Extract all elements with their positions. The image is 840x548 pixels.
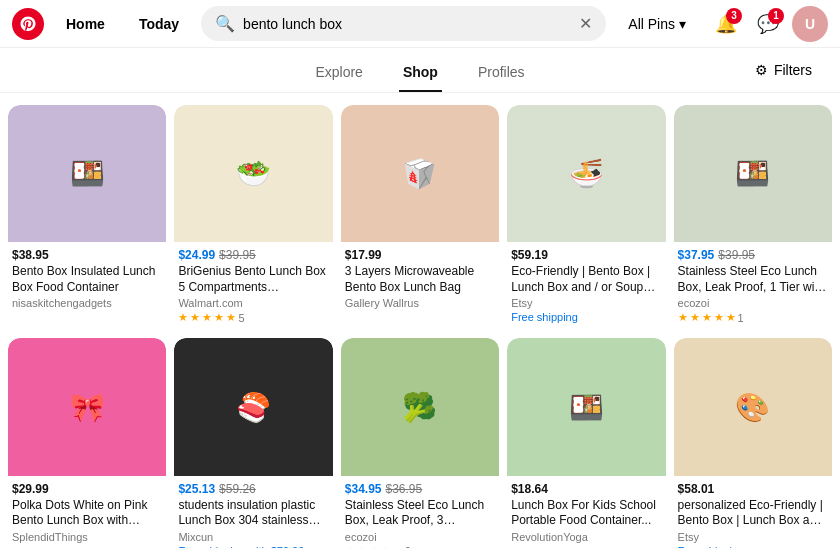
pin-source: Walmart.com: [178, 297, 328, 309]
pin-image: 🍱: [674, 105, 832, 242]
header-icons: 🔔 3 💬 1 U: [708, 6, 828, 42]
pin-info: $58.01personalized Eco-Friendly | Bento …: [674, 476, 832, 548]
pin-card[interactable]: 🍣$25.13$59.26students insulation plastic…: [174, 338, 332, 548]
pin-rating: ★★★★★5: [178, 311, 328, 324]
pin-price: $25.13$59.26: [178, 482, 328, 496]
pin-info: $38.95Bento Box Insulated Lunch Box Food…: [8, 242, 166, 315]
today-nav[interactable]: Today: [127, 10, 191, 38]
star-icon: ★: [226, 311, 236, 324]
pin-card[interactable]: 🎨$58.01personalized Eco-Friendly | Bento…: [674, 338, 832, 548]
pin-card[interactable]: 🥦$34.95$36.95Stainless Steel Eco Lunch B…: [341, 338, 499, 548]
filters-label: Filters: [774, 62, 812, 78]
pin-card[interactable]: 🎀$29.99Polka Dots White on Pink Bento Lu…: [8, 338, 166, 548]
pin-price: $38.95: [12, 248, 162, 262]
star-icon: ★: [690, 311, 700, 324]
pin-image: 🍣: [174, 338, 332, 475]
pin-source: ecozoi: [678, 297, 828, 309]
search-input[interactable]: [243, 16, 571, 32]
pin-price: $18.64: [511, 482, 661, 496]
messages-button[interactable]: 💬 1: [750, 6, 786, 42]
star-icon: ★: [178, 311, 188, 324]
pin-card[interactable]: 🥗$24.99$39.95BriGenius Bento Lunch Box 5…: [174, 105, 332, 330]
pin-info: $17.993 Layers Microwaveable Bento Box L…: [341, 242, 499, 315]
pin-card[interactable]: 🥡$17.993 Layers Microwaveable Bento Box …: [341, 105, 499, 330]
pin-title: Stainless Steel Eco Lunch Box, Leak Proo…: [678, 264, 828, 295]
pin-info: $34.95$36.95Stainless Steel Eco Lunch Bo…: [341, 476, 499, 548]
pin-card[interactable]: 🍱$18.64Lunch Box For Kids School Portabl…: [507, 338, 665, 548]
tab-shop[interactable]: Shop: [399, 56, 442, 92]
pin-title: Stainless Steel Eco Lunch Box, Leak Proo…: [345, 498, 495, 529]
star-icon: ★: [190, 311, 200, 324]
chevron-down-icon: ▾: [679, 16, 686, 32]
tab-profiles[interactable]: Profiles: [474, 56, 529, 92]
pin-info: $37.95$39.95Stainless Steel Eco Lunch Bo…: [674, 242, 832, 330]
pin-info: $24.99$39.95BriGenius Bento Lunch Box 5 …: [174, 242, 332, 330]
pin-image: 🍱: [8, 105, 166, 242]
pin-shipping: Free shipping: [511, 311, 661, 323]
star-icon: ★: [702, 311, 712, 324]
notifications-button[interactable]: 🔔 3: [708, 6, 744, 42]
pin-source: SplendidThings: [12, 531, 162, 543]
pin-title: BriGenius Bento Lunch Box 5 Compartments…: [178, 264, 328, 295]
pin-source: Etsy: [678, 531, 828, 543]
filter-icon: ⚙: [755, 62, 768, 78]
pin-title: personalized Eco-Friendly | Bento Box | …: [678, 498, 828, 529]
pin-price: $17.99: [345, 248, 495, 262]
pin-image: 🥗: [174, 105, 332, 242]
header: Home Today 🔍 ✕ All Pins ▾ 🔔 3 💬 1 U: [0, 0, 840, 48]
pin-card[interactable]: 🍱$38.95Bento Box Insulated Lunch Box Foo…: [8, 105, 166, 330]
star-icon: ★: [214, 311, 224, 324]
pin-title: Lunch Box For Kids School Portable Food …: [511, 498, 661, 529]
pin-price: $29.99: [12, 482, 162, 496]
filters-button[interactable]: ⚙ Filters: [743, 56, 824, 84]
pin-price: $58.01: [678, 482, 828, 496]
pin-title: 3 Layers Microwaveable Bento Box Lunch B…: [345, 264, 495, 295]
pin-source: ecozoi: [345, 531, 495, 543]
notification-badge: 3: [726, 8, 742, 24]
pin-price: $37.95$39.95: [678, 248, 828, 262]
all-pins-label: All Pins: [628, 16, 675, 32]
clear-search-button[interactable]: ✕: [579, 16, 592, 32]
pin-info: $18.64Lunch Box For Kids School Portable…: [507, 476, 665, 548]
pin-original-price: $59.26: [219, 482, 256, 496]
pin-card[interactable]: 🍜$59.19Eco-Friendly | Bento Box | Lunch …: [507, 105, 665, 330]
product-grid-container: 🍱$38.95Bento Box Insulated Lunch Box Foo…: [0, 93, 840, 548]
pin-source: nisaskitchengadgets: [12, 297, 162, 309]
pin-info: $29.99Polka Dots White on Pink Bento Lun…: [8, 476, 166, 548]
pin-card[interactable]: 🍱$37.95$39.95Stainless Steel Eco Lunch B…: [674, 105, 832, 330]
pin-image: 🥡: [341, 105, 499, 242]
messages-badge: 1: [768, 8, 784, 24]
pin-original-price: $39.95: [219, 248, 256, 262]
all-pins-dropdown[interactable]: All Pins ▾: [616, 10, 698, 38]
tabs: Explore Shop Profiles ⚙ Filters: [0, 48, 840, 93]
star-icon: ★: [678, 311, 688, 324]
star-icon: ★: [714, 311, 724, 324]
pin-source: RevolutionYoga: [511, 531, 661, 543]
home-nav[interactable]: Home: [54, 10, 117, 38]
pin-rating: ★★★★★1: [678, 311, 828, 324]
pinterest-logo[interactable]: [12, 8, 44, 40]
pin-title: Bento Box Insulated Lunch Box Food Conta…: [12, 264, 162, 295]
pin-title: Polka Dots White on Pink Bento Lunch Box…: [12, 498, 162, 529]
pin-original-price: $39.95: [718, 248, 755, 262]
pin-price: $34.95$36.95: [345, 482, 495, 496]
star-icon: ★: [202, 311, 212, 324]
pin-image: 🎨: [674, 338, 832, 475]
pin-info: $59.19Eco-Friendly | Bento Box | Lunch B…: [507, 242, 665, 327]
pin-title: Eco-Friendly | Bento Box | Lunch Box and…: [511, 264, 661, 295]
search-bar: 🔍 ✕: [201, 6, 606, 41]
rating-count: 1: [738, 312, 744, 324]
pin-title: students insulation plastic Lunch Box 30…: [178, 498, 328, 529]
pin-source: Gallery Wallrus: [345, 297, 495, 309]
search-icon: 🔍: [215, 14, 235, 33]
avatar[interactable]: U: [792, 6, 828, 42]
pin-image: 🎀: [8, 338, 166, 475]
pin-source: Etsy: [511, 297, 661, 309]
pin-price: $24.99$39.95: [178, 248, 328, 262]
pin-original-price: $36.95: [386, 482, 423, 496]
pin-source: Mixcun: [178, 531, 328, 543]
rating-count: 5: [238, 312, 244, 324]
pin-info: $25.13$59.26students insulation plastic …: [174, 476, 332, 548]
star-icon: ★: [726, 311, 736, 324]
tab-explore[interactable]: Explore: [311, 56, 366, 92]
